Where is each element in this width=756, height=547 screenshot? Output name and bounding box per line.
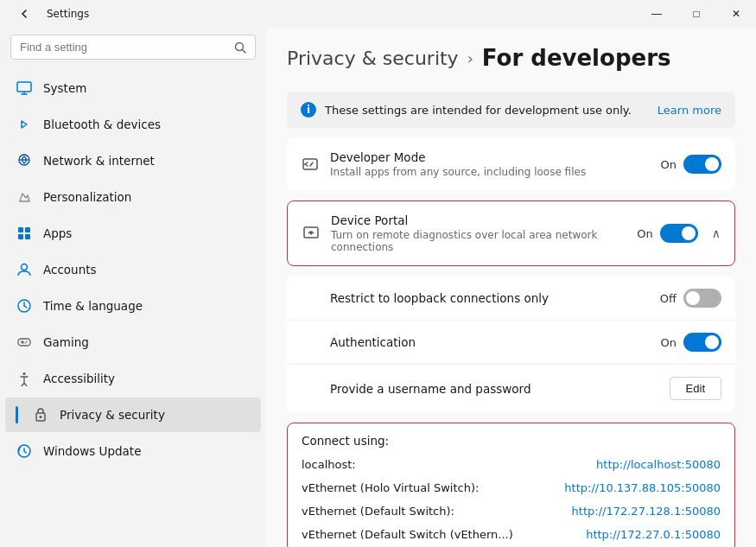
loopback-left: Restrict to loopback connections only bbox=[301, 291, 660, 305]
sidebar-item-accessibility[interactable]: Accessibility bbox=[5, 361, 261, 396]
content-area: Privacy & security › For developers i Th… bbox=[266, 28, 756, 547]
authentication-toggle[interactable] bbox=[683, 333, 721, 352]
developer-mode-card: Developer Mode Install apps from any sou… bbox=[287, 138, 735, 190]
sidebar-item-label: Apps bbox=[43, 226, 72, 240]
device-portal-text: Device Portal Turn on remote diagnostics… bbox=[331, 213, 637, 253]
sidebar-item-label: System bbox=[43, 81, 86, 95]
sidebar-item-network[interactable]: Network & internet bbox=[5, 143, 261, 178]
app-title: Settings bbox=[47, 8, 89, 20]
svg-rect-8 bbox=[25, 227, 30, 232]
device-portal-toggle-label: On bbox=[637, 227, 652, 240]
svg-point-20 bbox=[23, 372, 26, 375]
paint-icon bbox=[16, 188, 33, 206]
svg-line-1 bbox=[243, 49, 246, 53]
connect-label-3: vEthernet (Default Switch (vEthern...) bbox=[302, 528, 513, 541]
connect-link-1[interactable]: http://10.137.88.105:50080 bbox=[564, 481, 721, 494]
clock-icon bbox=[16, 297, 33, 315]
gaming-icon bbox=[16, 334, 33, 351]
edit-button[interactable]: Edit bbox=[670, 377, 721, 400]
info-banner-text: These settings are intended for developm… bbox=[325, 104, 632, 117]
main-layout: System Bluetooth & devices Network & int… bbox=[0, 28, 756, 547]
connect-link-3[interactable]: http://172.27.0.1:50080 bbox=[586, 528, 721, 541]
connect-label-1: vEthernet (Holo Virtual Switch): bbox=[302, 481, 479, 494]
sidebar-item-accounts[interactable]: Accounts bbox=[5, 252, 261, 287]
developer-mode-subtitle: Install apps from any source, including … bbox=[330, 166, 661, 178]
apps-icon bbox=[16, 225, 33, 242]
authentication-text: Authentication bbox=[301, 335, 661, 349]
learn-more-link[interactable]: Learn more bbox=[658, 104, 721, 117]
sidebar-item-gaming[interactable]: Gaming bbox=[5, 325, 261, 359]
connect-label-0: localhost: bbox=[302, 458, 356, 471]
device-portal-subtitle: Turn on remote diagnostics over local ar… bbox=[331, 229, 637, 253]
username-password-text: Provide a username and password bbox=[301, 382, 670, 396]
developer-mode-left: Developer Mode Install apps from any sou… bbox=[301, 150, 661, 178]
username-password-right: Edit bbox=[670, 377, 721, 400]
sidebar-item-label: Privacy & security bbox=[60, 408, 165, 422]
sidebar-item-label: Accounts bbox=[43, 263, 97, 277]
search-input[interactable] bbox=[20, 41, 227, 54]
search-box[interactable] bbox=[10, 35, 256, 60]
svg-point-29 bbox=[310, 232, 313, 235]
minimize-button[interactable]: — bbox=[637, 0, 677, 28]
privacy-icon bbox=[32, 406, 49, 423]
connect-card: Connect using: localhost: http://localho… bbox=[287, 423, 735, 547]
sidebar-item-system[interactable]: System bbox=[5, 71, 261, 105]
sidebar-item-windows-update[interactable]: Windows Update bbox=[5, 434, 261, 468]
update-icon bbox=[16, 442, 33, 460]
close-button[interactable]: ✕ bbox=[716, 0, 756, 28]
svg-rect-10 bbox=[25, 234, 30, 239]
breadcrumb[interactable]: Privacy & security bbox=[287, 48, 459, 69]
loopback-right: Off bbox=[660, 289, 721, 308]
connect-link-0[interactable]: http://localhost:50080 bbox=[596, 458, 721, 471]
svg-line-26 bbox=[305, 164, 308, 166]
info-banner-left: i These settings are intended for develo… bbox=[301, 102, 632, 118]
device-portal-title: Device Portal bbox=[331, 213, 637, 227]
accessibility-icon bbox=[16, 370, 33, 387]
back-button[interactable] bbox=[10, 0, 38, 28]
username-password-left: Provide a username and password bbox=[301, 382, 670, 396]
authentication-toggle-thumb bbox=[705, 335, 719, 349]
device-portal-right: On ∧ bbox=[637, 224, 721, 243]
svg-line-14 bbox=[24, 306, 27, 308]
developer-mode-text: Developer Mode Install apps from any sou… bbox=[330, 150, 661, 178]
developer-mode-toggle-thumb bbox=[705, 157, 719, 171]
sidebar-item-bluetooth[interactable]: Bluetooth & devices bbox=[5, 107, 261, 142]
svg-rect-2 bbox=[17, 82, 31, 92]
page-title: For developers bbox=[482, 45, 671, 71]
svg-point-11 bbox=[22, 264, 28, 270]
developer-mode-right: On bbox=[661, 155, 721, 174]
connect-label-2: vEthernet (Default Switch): bbox=[302, 505, 454, 518]
maximize-button[interactable]: □ bbox=[677, 0, 716, 28]
monitor-icon bbox=[16, 80, 33, 97]
loopback-toggle[interactable] bbox=[683, 289, 721, 308]
sidebar-item-privacy[interactable]: Privacy & security bbox=[5, 398, 261, 432]
sidebar: System Bluetooth & devices Network & int… bbox=[0, 28, 266, 547]
connect-link-2[interactable]: http://172.27.128.1:50080 bbox=[572, 505, 721, 518]
developer-mode-title: Developer Mode bbox=[330, 150, 661, 164]
account-icon bbox=[16, 261, 33, 278]
bluetooth-icon bbox=[16, 116, 33, 133]
device-portal-icon bbox=[302, 224, 321, 243]
connect-row-3: vEthernet (Default Switch (vEthern...) h… bbox=[288, 523, 734, 547]
username-password-title: Provide a username and password bbox=[330, 382, 670, 396]
loopback-title: Restrict to loopback connections only bbox=[330, 291, 660, 305]
sub-settings-card: Restrict to loopback connections only Of… bbox=[287, 277, 735, 412]
connect-row-2: vEthernet (Default Switch): http://172.2… bbox=[288, 499, 734, 523]
device-portal-toggle[interactable] bbox=[660, 224, 698, 243]
authentication-row: Authentication On bbox=[287, 321, 735, 365]
sidebar-item-time[interactable]: Time & language bbox=[5, 289, 261, 323]
device-portal-row: Device Portal Turn on remote diagnostics… bbox=[288, 201, 734, 265]
breadcrumb-chevron: › bbox=[467, 49, 473, 67]
developer-mode-row: Developer Mode Install apps from any sou… bbox=[287, 138, 735, 190]
sidebar-item-apps[interactable]: Apps bbox=[5, 216, 261, 251]
sidebar-item-personalization[interactable]: Personalization bbox=[5, 180, 261, 214]
sidebar-item-label: Bluetooth & devices bbox=[43, 118, 161, 131]
device-portal-toggle-thumb bbox=[682, 226, 696, 240]
info-banner: i These settings are intended for develo… bbox=[287, 92, 735, 128]
search-icon bbox=[234, 41, 246, 54]
loopback-toggle-thumb bbox=[686, 291, 700, 305]
loopback-toggle-label: Off bbox=[660, 292, 677, 305]
developer-mode-toggle[interactable] bbox=[683, 155, 721, 174]
device-portal-chevron[interactable]: ∧ bbox=[712, 226, 721, 240]
authentication-left: Authentication bbox=[301, 335, 661, 349]
